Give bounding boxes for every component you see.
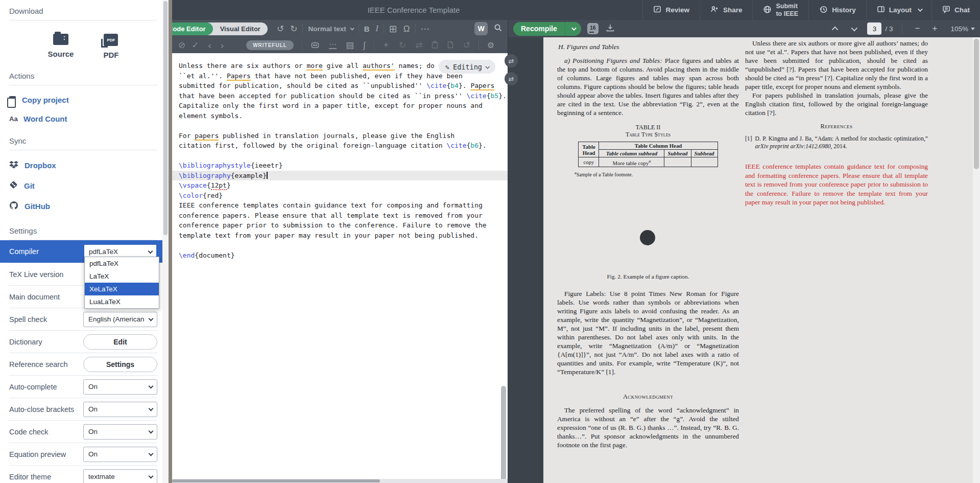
code-line[interactable]: For papers published in translation jour… bbox=[172, 131, 508, 141]
redo-icon[interactable]: ↻ bbox=[290, 25, 297, 33]
page-up-button[interactable] bbox=[832, 26, 839, 33]
check-icon[interactable]: ✓ bbox=[192, 41, 199, 50]
layout-button[interactable]: Layout bbox=[866, 0, 931, 20]
download-pdf-icon-button[interactable] bbox=[606, 24, 615, 34]
symbol-button[interactable]: Ω bbox=[403, 25, 410, 33]
code-line[interactable]: template text from your paper may result… bbox=[172, 231, 508, 241]
review-button[interactable]: Review bbox=[642, 0, 700, 20]
code-line[interactable]: Capitalize only the first word in a pape… bbox=[172, 101, 508, 111]
sync-git-button[interactable]: Git bbox=[9, 180, 157, 191]
compiler-option-xelatex[interactable]: XeLaTeX bbox=[85, 283, 159, 295]
autocomplete-select[interactable]: On bbox=[83, 379, 157, 395]
code-line[interactable] bbox=[172, 240, 508, 250]
ai-sparkle-icon[interactable]: ✦ bbox=[383, 41, 390, 50]
code-line[interactable] bbox=[172, 151, 508, 161]
sync-icon[interactable]: ↺ bbox=[463, 41, 470, 50]
compiler-option-pdflatex[interactable]: pdfLaTeX bbox=[85, 257, 159, 270]
editor-scrollbar-thumb[interactable] bbox=[501, 386, 506, 481]
code-line[interactable] bbox=[172, 121, 508, 131]
zoom-out-button[interactable]: − bbox=[912, 24, 923, 34]
download-pdf-button[interactable]: PDF PDF bbox=[103, 34, 118, 59]
code-editor-tab[interactable]: Code Editor bbox=[172, 22, 213, 35]
editor-theme-select[interactable]: textmate bbox=[83, 469, 157, 483]
robot-icon[interactable] bbox=[310, 41, 320, 50]
divider bbox=[302, 41, 302, 50]
refresh-icon[interactable]: ↻ bbox=[399, 41, 406, 50]
compiler-option-lualatex[interactable]: LuaLaTeX bbox=[85, 295, 159, 308]
scrollbar-thumb[interactable] bbox=[974, 39, 979, 169]
text-cursor bbox=[267, 172, 268, 179]
copy-project-button[interactable]: Copy project bbox=[9, 96, 157, 104]
compile-log-button[interactable]: 16 bbox=[587, 23, 599, 34]
code-line[interactable]: element symbols. bbox=[172, 111, 508, 121]
toc-icon[interactable]: ⋯ bbox=[329, 42, 337, 49]
note-icon[interactable]: ▤ bbox=[346, 41, 354, 50]
scrollbar-thumb[interactable] bbox=[172, 479, 380, 482]
italic-button[interactable]: I bbox=[376, 25, 378, 33]
reference-search-settings-button[interactable]: Settings bbox=[83, 357, 157, 372]
scrollbar-thumb[interactable] bbox=[163, 1, 168, 235]
writefull-toggle-button[interactable]: W bbox=[474, 22, 488, 35]
spellcheck-select[interactable]: English (American bbox=[83, 312, 157, 327]
chat-button[interactable]: Chat bbox=[931, 0, 980, 20]
insert-table-button[interactable]: ⊞ bbox=[389, 24, 397, 34]
next-suggestion-button[interactable]: › bbox=[221, 40, 224, 50]
code-line[interactable]: \end{document} bbox=[172, 250, 508, 261]
submit-to-ieee-button[interactable]: Submitto IEEE bbox=[752, 0, 808, 20]
compiler-option-latex[interactable]: LaTeX bbox=[85, 270, 159, 283]
page-icon[interactable] bbox=[447, 41, 453, 50]
zoom-level-dropdown[interactable]: 105% bbox=[950, 25, 975, 33]
editing-mode-dropdown[interactable]: ✎ Editing bbox=[439, 60, 495, 74]
code-line[interactable]: \bibliographystyle{ieeetr} bbox=[172, 160, 508, 171]
sync-github-button[interactable]: GitHub bbox=[9, 201, 157, 211]
editor-horizontal-scrollbar[interactable] bbox=[172, 479, 508, 483]
recompile-options-button[interactable] bbox=[565, 22, 581, 36]
review-icon bbox=[653, 5, 661, 15]
code-line[interactable]: that have been accepted for publication … bbox=[172, 91, 508, 101]
text-style-dropdown[interactable]: Normal text bbox=[308, 25, 353, 33]
code-line[interactable]: \color{red} bbox=[172, 191, 508, 201]
pdf-scrollbar[interactable] bbox=[973, 37, 980, 483]
bold-button[interactable]: B bbox=[364, 25, 370, 33]
expand-pane-button[interactable]: ⇄ bbox=[505, 72, 518, 85]
more-button[interactable]: ⋯ bbox=[421, 25, 429, 33]
code-check-select[interactable]: On bbox=[83, 424, 157, 440]
autoclose-select[interactable]: On bbox=[83, 402, 157, 417]
collapse-pane-button[interactable]: ⇄ bbox=[505, 54, 518, 67]
sidebar-scrollbar[interactable] bbox=[162, 0, 169, 483]
code-line[interactable]: citation first, followed by the original… bbox=[172, 141, 508, 151]
page-down-button[interactable] bbox=[851, 25, 858, 31]
page-input[interactable]: 3 bbox=[867, 22, 881, 35]
code-editor-area[interactable]: ✎ Editing Unless there are six authors o… bbox=[172, 53, 508, 483]
swap-icon[interactable]: ⇄ bbox=[415, 41, 422, 50]
dictionary-edit-button[interactable]: Edit bbox=[83, 334, 157, 350]
sidebar-resizer[interactable] bbox=[169, 0, 172, 483]
recompile-button[interactable]: Recompile bbox=[513, 22, 581, 36]
visual-editor-tab[interactable]: Visual Editor bbox=[213, 25, 268, 33]
undo-icon[interactable]: ↺ bbox=[277, 25, 284, 33]
code-line[interactable]: IEEE conference templates contain guidan… bbox=[172, 200, 508, 211]
code-line[interactable]: conference papers. Please ensure that al… bbox=[172, 211, 508, 221]
pdf-viewer[interactable]: H. Figures and Tables a) Positioning Fig… bbox=[508, 37, 980, 483]
code-line[interactable]: \bibliography{example} bbox=[172, 171, 508, 181]
code-line[interactable]: conference paper prior to submission to … bbox=[172, 220, 508, 231]
writefull-badge[interactable]: WRITEFULL bbox=[246, 40, 294, 50]
settings-gear-button[interactable]: ⚙ bbox=[487, 41, 494, 50]
word-count-button[interactable]: Aa Word Count bbox=[9, 114, 157, 123]
block-icon[interactable]: ⊘ bbox=[178, 41, 185, 50]
zoom-in-button[interactable]: + bbox=[929, 24, 940, 34]
equation-preview-select[interactable]: On bbox=[83, 447, 157, 462]
sync-dropbox-button[interactable]: Dropbox bbox=[9, 160, 157, 170]
code-line[interactable]: submitted for publication, should be cit… bbox=[172, 81, 508, 91]
math-icon[interactable]: ∫ bbox=[363, 41, 366, 50]
chevron-down-icon bbox=[149, 451, 154, 456]
code-line[interactable]: \vspace{12pt} bbox=[172, 180, 508, 191]
clipboard-icon[interactable] bbox=[432, 41, 438, 50]
history-button[interactable]: History bbox=[808, 0, 866, 20]
share-button[interactable]: Share bbox=[700, 0, 753, 20]
code-lines[interactable]: Unless there are six authors or more giv… bbox=[172, 53, 508, 260]
download-source-button[interactable]: Source bbox=[48, 34, 74, 59]
figure-caption: Fig. 2. Example of a figure caption. bbox=[557, 272, 739, 281]
search-button[interactable] bbox=[494, 24, 503, 34]
prev-suggestion-button[interactable]: ‹ bbox=[208, 40, 211, 50]
